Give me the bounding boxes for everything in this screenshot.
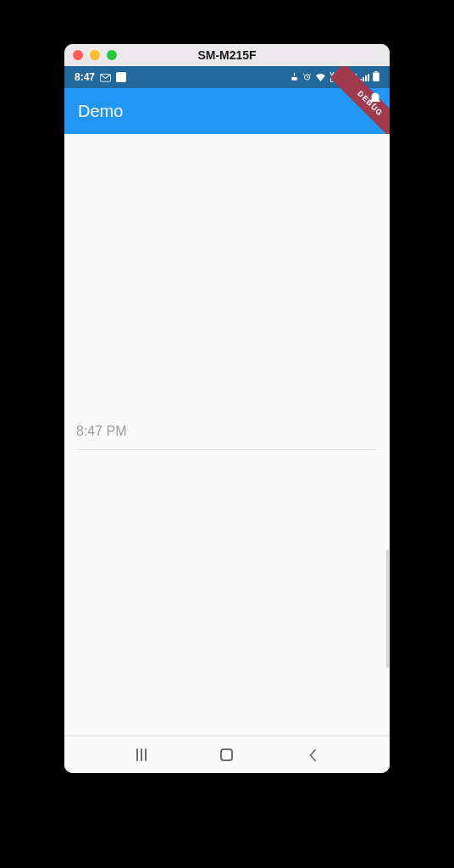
gmail-icon bbox=[100, 73, 111, 81]
app-bar: Demo bbox=[64, 88, 390, 134]
content-area[interactable]: 8:47 PM bbox=[64, 134, 390, 736]
android-nav-bar bbox=[64, 736, 390, 773]
emulator-window: SM-M215F 8:47 VoLTE1 bbox=[64, 44, 390, 773]
status-left: 8:47 bbox=[75, 71, 126, 83]
traffic-lights bbox=[73, 50, 117, 60]
status-time: 8:47 bbox=[75, 71, 95, 83]
scroll-indicator bbox=[386, 549, 389, 668]
update-icon bbox=[290, 72, 299, 83]
alarm-icon bbox=[302, 72, 312, 83]
device-screen: 8:47 VoLTE1 bbox=[64, 66, 390, 773]
time-display: 8:47 PM bbox=[76, 424, 378, 449]
signal-icon-2 bbox=[360, 74, 369, 81]
minimize-window-button[interactable] bbox=[90, 50, 100, 60]
home-button[interactable] bbox=[202, 748, 252, 761]
android-status-bar[interactable]: 8:47 VoLTE1 bbox=[64, 66, 390, 88]
close-window-button[interactable] bbox=[73, 50, 83, 60]
app-title: Demo bbox=[78, 102, 123, 121]
wifi-icon bbox=[315, 72, 326, 83]
status-right: VoLTE1 bbox=[290, 71, 379, 83]
battery-icon bbox=[373, 71, 379, 83]
list-item[interactable]: 8:47 PM bbox=[76, 424, 378, 450]
back-button[interactable] bbox=[287, 748, 338, 762]
maximize-window-button[interactable] bbox=[107, 50, 117, 60]
message-icon bbox=[116, 72, 126, 82]
window-titlebar: SM-M215F bbox=[64, 44, 390, 66]
notification-bell-icon bbox=[368, 92, 383, 107]
svg-rect-3 bbox=[375, 71, 378, 73]
divider bbox=[76, 449, 378, 450]
lte-indicator: VoLTE1 bbox=[329, 71, 344, 83]
recents-button[interactable] bbox=[116, 748, 167, 761]
signal-icon bbox=[347, 74, 357, 81]
divider bbox=[64, 735, 390, 736]
svg-rect-2 bbox=[373, 73, 379, 82]
